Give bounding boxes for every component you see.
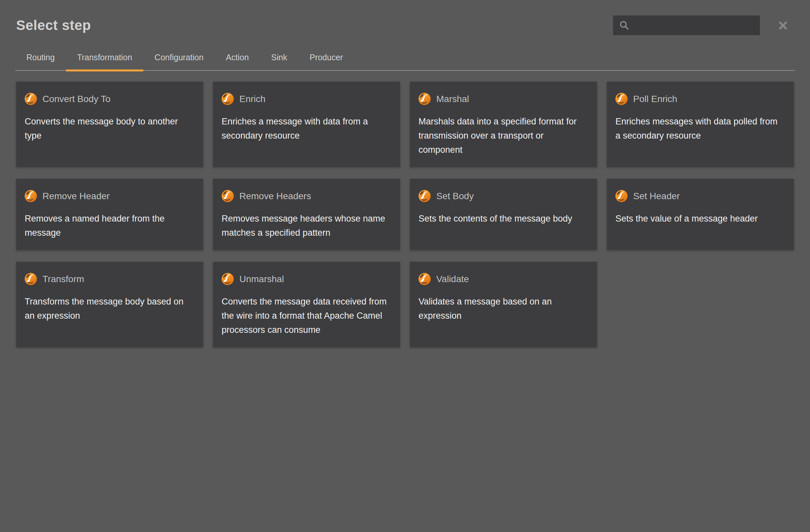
camel-icon — [615, 93, 628, 105]
steps-grid: Convert Body To Converts the message bod… — [16, 82, 794, 347]
step-title: Unmarshal — [239, 274, 284, 285]
camel-icon — [222, 273, 234, 285]
step-card-marshal[interactable]: Marshal Marshals data into a specified f… — [410, 82, 597, 167]
step-card-set-header[interactable]: Set Header Sets the value of a message h… — [607, 179, 794, 250]
step-description: Sets the value of a message header — [615, 212, 785, 226]
camel-icon — [419, 93, 431, 105]
step-title: Remove Headers — [239, 191, 311, 202]
tab-label: Routing — [26, 53, 55, 62]
step-card-validate[interactable]: Validate Validates a message based on an… — [410, 262, 597, 347]
step-card-set-body[interactable]: Set Body Sets the contents of the messag… — [410, 179, 597, 250]
step-title: Poll Enrich — [633, 94, 677, 105]
step-description: Converts the message body to another typ… — [25, 115, 194, 143]
step-card-transform[interactable]: Transform Transforms the message body ba… — [16, 262, 203, 347]
step-card-remove-header[interactable]: Remove Header Removes a named header fro… — [16, 179, 203, 250]
camel-icon — [615, 190, 628, 202]
header-actions — [613, 15, 789, 35]
step-title: Set Header — [633, 191, 680, 202]
step-card-convert-body-to[interactable]: Convert Body To Converts the message bod… — [16, 82, 203, 167]
tab-label: Transformation — [77, 53, 132, 62]
step-title: Marshal — [436, 94, 469, 105]
tab-bar: Routing Transformation Configuration Act… — [15, 47, 795, 71]
modal-header: Select step — [0, 0, 810, 37]
camel-icon — [25, 93, 37, 105]
tab-routing[interactable]: Routing — [15, 47, 66, 70]
step-card-remove-headers[interactable]: Remove Headers Removes message headers w… — [213, 179, 400, 250]
tab-transformation[interactable]: Transformation — [66, 47, 143, 70]
camel-icon — [419, 190, 431, 202]
step-title: Convert Body To — [43, 94, 111, 105]
tab-label: Producer — [309, 53, 343, 62]
step-description: Sets the contents of the message body — [419, 212, 588, 226]
tab-configuration[interactable]: Configuration — [143, 47, 215, 70]
tab-sink[interactable]: Sink — [260, 47, 299, 70]
step-description: Removes a named header from the message — [25, 212, 194, 240]
camel-icon — [419, 273, 431, 285]
step-description: Removes message headers whose name match… — [222, 212, 391, 240]
close-button[interactable] — [777, 20, 789, 31]
step-card-unmarshal[interactable]: Unmarshal Converts the message data rece… — [213, 262, 400, 347]
step-card-enrich[interactable]: Enrich Enriches a message with data from… — [213, 82, 400, 167]
step-description: Marshals data into a specified format fo… — [419, 115, 588, 157]
step-title: Enrich — [239, 94, 265, 105]
step-description: Transforms the message body based on an … — [25, 295, 194, 323]
step-title: Validate — [436, 274, 469, 285]
camel-icon — [25, 273, 37, 285]
step-card-poll-enrich[interactable]: Poll Enrich Enriches messages with data … — [607, 82, 794, 167]
tab-label: Action — [226, 53, 248, 62]
step-title: Transform — [43, 274, 84, 285]
tab-label: Sink — [271, 53, 288, 62]
step-description: Validates a message based on an expressi… — [419, 295, 588, 323]
camel-icon — [222, 190, 234, 202]
close-icon — [778, 21, 788, 30]
tab-action[interactable]: Action — [215, 47, 260, 70]
search-input[interactable] — [630, 15, 760, 35]
step-title: Set Body — [436, 191, 474, 202]
step-description: Converts the message data received from … — [222, 295, 391, 337]
select-step-modal: Select step Routing Transformation Confi… — [0, 0, 810, 532]
camel-icon — [25, 190, 37, 202]
step-title: Remove Header — [43, 191, 110, 202]
search-icon — [619, 20, 630, 31]
step-description: Enriches a message with data from a seco… — [222, 115, 391, 143]
camel-icon — [222, 93, 234, 105]
tab-label: Configuration — [155, 53, 204, 62]
search-box[interactable] — [613, 15, 760, 35]
tab-producer[interactable]: Producer — [298, 47, 354, 70]
page-title: Select step — [16, 17, 91, 33]
step-description: Enriches messages with data polled from … — [615, 115, 785, 143]
